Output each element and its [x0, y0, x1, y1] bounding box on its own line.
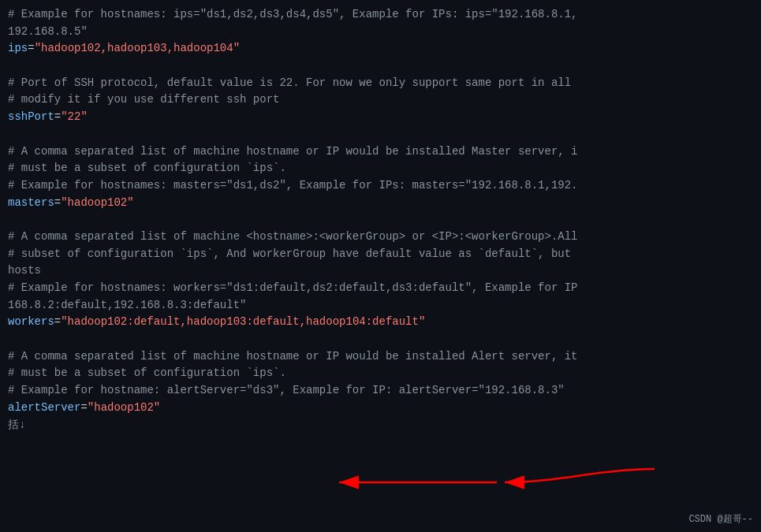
arrows-overlay — [8, 433, 761, 532]
line-7 — [8, 126, 753, 143]
config-key: masters — [8, 196, 54, 209]
line-9: # must be a subset of configuration `ips… — [8, 160, 753, 177]
line-15: hosts — [8, 262, 753, 280]
line-23: alertServer="hadoop102" — [8, 400, 753, 417]
config-value: "hadoop102,hadoop103,hadoop104" — [35, 42, 240, 54]
config-key: workers — [8, 315, 54, 328]
line-19 — [8, 331, 753, 348]
equals-sign: = — [54, 196, 61, 209]
line-2: ips="hadoop102,hadoop103,hadoop104" — [8, 40, 753, 58]
code-content: # Example for hostnames: ips="ds1,ds2,ds… — [8, 6, 753, 433]
line-22: # Example for hostname: alertServer="ds3… — [8, 382, 753, 400]
line-14: # subset of configuration `ips`, And wor… — [8, 246, 753, 263]
line-1: 192.168.8.5" — [8, 24, 753, 41]
equals-sign: = — [28, 42, 34, 54]
line-17: 168.8.2:default,192.168.8.3:default" — [8, 297, 753, 314]
watermark-text: CSDN @超哥-- — [688, 512, 753, 526]
line-24: 括↓ — [8, 417, 753, 434]
config-value: "22" — [61, 110, 88, 123]
line-5: # modify it if you use different ssh por… — [8, 91, 753, 109]
line-13: # A comma separated list of machine <hos… — [8, 229, 753, 246]
line-18: workers="hadoop102:default,hadoop103:def… — [8, 314, 753, 331]
equals-sign: = — [54, 315, 61, 328]
line-12 — [8, 211, 753, 229]
line-21: # must be a subset of configuration `ips… — [8, 365, 753, 382]
config-key: sshPort — [8, 110, 54, 123]
line-3 — [8, 58, 753, 75]
line-16: # Example for hostnames: workers="ds1:de… — [8, 280, 753, 297]
config-value: "hadoop102:default,hadoop103:default,had… — [61, 315, 425, 328]
config-value: "hadoop102" — [88, 401, 160, 414]
code-display: # Example for hostnames: ips="ds1,ds2,ds… — [0, 0, 761, 532]
line-0: # Example for hostnames: ips="ds1,ds2,ds… — [8, 6, 753, 24]
line-11: masters="hadoop102" — [8, 195, 753, 212]
config-value: "hadoop102" — [61, 196, 133, 209]
line-8: # A comma separated list of machine host… — [8, 143, 753, 161]
line-4: # Port of SSH protocol, default value is… — [8, 75, 753, 92]
line-20: # A comma separated list of machine host… — [8, 348, 753, 366]
config-key: ips — [8, 42, 28, 54]
equals-sign: = — [80, 401, 87, 414]
equals-sign: = — [54, 110, 61, 123]
config-key: alertServer — [8, 401, 80, 414]
line-6: sshPort="22" — [8, 109, 753, 126]
line-10: # Example for hostnames: masters="ds1,ds… — [8, 177, 753, 195]
